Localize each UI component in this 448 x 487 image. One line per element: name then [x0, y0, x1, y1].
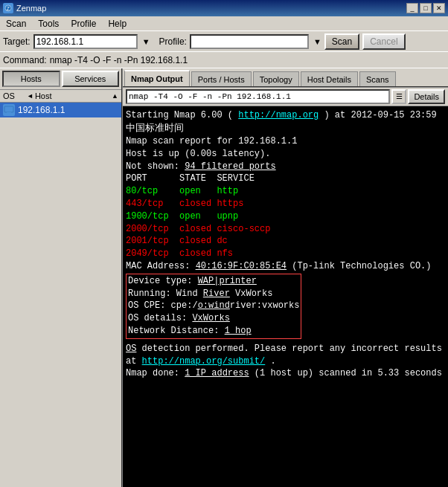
title-bar-left: Z Zenmap — [3, 3, 46, 13]
tab-topology[interactable]: Topology — [253, 71, 299, 86]
hosts-button[interactable]: Hosts — [2, 71, 60, 87]
tab-nmap-output[interactable]: Nmap Output — [124, 70, 190, 86]
profile-input[interactable] — [190, 34, 309, 49]
host-icon — [3, 104, 15, 116]
host-item[interactable]: 192.168.1.1 — [0, 103, 121, 117]
sort-arrow[interactable]: ▲ — [112, 92, 118, 100]
details-button[interactable]: Details — [408, 89, 445, 104]
target-input[interactable] — [33, 34, 138, 49]
menu-tools[interactable]: Tools — [35, 18, 62, 30]
host-list: 192.168.1.1 — [0, 103, 121, 487]
svg-rect-2 — [4, 106, 13, 112]
left-panel: Hosts Services OS ◄ Host ▲ 192.168.1.1 — [0, 68, 123, 487]
command-value: nmap -T4 -O -F -n -Pn 192.168.1.1 — [50, 55, 188, 65]
cmd-line-area: ☰ Details — [123, 88, 448, 106]
command-bar: Command: nmap -T4 -O -F -n -Pn 192.168.1… — [0, 52, 448, 68]
tabs-bar: Nmap Output Ports / Hosts Topology Host … — [123, 68, 448, 88]
services-button[interactable]: Services — [62, 71, 120, 87]
menu-scan[interactable]: Scan — [3, 18, 29, 30]
header-host: Host — [35, 91, 112, 100]
menu-profile[interactable]: Profile — [68, 18, 99, 30]
host-ip: 192.168.1.1 — [18, 105, 65, 115]
menu-bar: Scan Tools Profile Help — [0, 16, 448, 31]
menu-help[interactable]: Help — [105, 18, 129, 30]
toolbar: Target: ▼ Profile: ▼ Scan Cancel — [0, 31, 448, 52]
app-icon: Z — [3, 3, 13, 13]
cmd-line-input[interactable] — [126, 89, 390, 104]
svg-rect-4 — [6, 114, 12, 115]
svg-text:Z: Z — [7, 6, 10, 11]
profile-label: Profile: — [159, 36, 187, 47]
cmd-menu-button[interactable]: ☰ — [391, 89, 406, 104]
right-panel: Nmap Output Ports / Hosts Topology Host … — [123, 68, 448, 487]
app-title: Zenmap — [16, 4, 46, 13]
maximize-button[interactable]: □ — [420, 3, 432, 13]
svg-rect-3 — [7, 112, 11, 114]
title-bar: Z Zenmap _ □ ✕ — [0, 0, 448, 16]
main-area: Hosts Services OS ◄ Host ▲ 192.168.1.1 — [0, 68, 448, 487]
output-area[interactable]: Starting Nmap 6.00 ( http://nmap.org ) a… — [123, 106, 448, 487]
host-list-header: OS ◄ Host ▲ — [0, 90, 121, 103]
command-label: Command: — [3, 55, 47, 65]
header-os: OS — [3, 91, 25, 100]
panel-buttons: Hosts Services — [0, 68, 121, 90]
window-controls: _ □ ✕ — [406, 3, 445, 13]
tab-ports-hosts[interactable]: Ports / Hosts — [191, 71, 252, 86]
header-arrow: ◄ — [27, 92, 33, 100]
tab-host-details[interactable]: Host Details — [301, 71, 358, 86]
tab-scans[interactable]: Scans — [359, 71, 396, 86]
scan-button[interactable]: Scan — [324, 33, 359, 50]
close-button[interactable]: ✕ — [433, 3, 445, 13]
cancel-button[interactable]: Cancel — [362, 33, 405, 50]
minimize-button[interactable]: _ — [406, 3, 418, 13]
target-label: Target: — [3, 36, 31, 47]
